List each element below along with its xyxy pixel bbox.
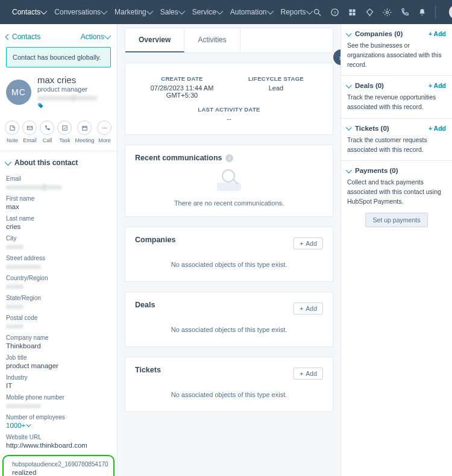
- tickets-empty: No associated objects of this type exist…: [135, 381, 323, 403]
- svg-rect-14: [353, 13, 355, 15]
- back-link[interactable]: Contacts: [6, 33, 40, 41]
- recent-comm-empty: There are no recent communications.: [135, 196, 323, 208]
- right-payments-toggle[interactable]: Payments (0): [347, 167, 398, 174]
- svg-point-15: [386, 11, 388, 13]
- add-ticket-button[interactable]: Add: [293, 368, 323, 380]
- bell-icon[interactable]: [418, 8, 427, 17]
- tab-activities[interactable]: Activities: [184, 28, 240, 52]
- setup-payments-button[interactable]: Set up payments: [365, 213, 428, 227]
- svg-text:?: ?: [333, 10, 336, 15]
- field-last-name[interactable]: Last namecries: [0, 213, 117, 233]
- svg-point-7: [314, 9, 319, 14]
- right-payments-section: Payments (0) Collect and track payments …: [341, 161, 452, 235]
- action-row: Note Email Call Task Meeting More: [0, 116, 117, 151]
- add-deal-button[interactable]: Add: [293, 302, 323, 315]
- nav-automation[interactable]: Automation: [230, 8, 274, 16]
- right-tickets-add[interactable]: + Add: [428, 125, 446, 132]
- chevron-down-icon: [146, 8, 153, 14]
- svg-rect-18: [63, 125, 67, 130]
- right-tickets-toggle[interactable]: Tickets (0): [347, 125, 389, 132]
- nav-reports[interactable]: Reports: [281, 8, 313, 16]
- marketplace-icon[interactable]: [348, 8, 357, 17]
- field-company[interactable]: Company nameThinkboard: [0, 332, 117, 352]
- nav-marketing[interactable]: Marketing: [115, 8, 153, 16]
- collapse-right-panel-button[interactable]: »: [333, 49, 341, 65]
- note-button[interactable]: Note: [5, 121, 19, 143]
- more-icon: [101, 125, 108, 131]
- summary-create-date-label: CREATE DATE: [135, 75, 229, 82]
- chevron-down-icon: [346, 83, 352, 89]
- field-industry[interactable]: IndustryIT: [0, 372, 117, 392]
- chevron-down-icon: [178, 8, 185, 14]
- nav-service[interactable]: Service: [192, 8, 223, 16]
- right-deals-toggle[interactable]: Deals (0): [347, 82, 384, 89]
- nav-contacts[interactable]: Contacts: [12, 8, 47, 16]
- note-icon: [9, 125, 16, 131]
- right-companies-desc: See the businesses or organizations asso…: [347, 41, 446, 69]
- diamond-icon[interactable]: [365, 8, 374, 17]
- svg-point-24: [104, 127, 105, 128]
- svg-point-25: [105, 127, 106, 128]
- help-icon[interactable]: ?: [330, 8, 339, 17]
- meeting-button[interactable]: Meeting: [75, 121, 94, 143]
- field-mobile[interactable]: Mobile phone numberxxxxxxxxxx: [0, 392, 117, 412]
- meeting-icon: [81, 125, 88, 131]
- svg-point-16: [39, 104, 40, 105]
- right-companies-toggle[interactable]: Companies (0): [347, 30, 403, 37]
- svg-rect-12: [353, 9, 355, 11]
- right-companies-add[interactable]: + Add: [428, 30, 446, 37]
- right-companies-section: Companies (0)+ Add See the businesses or…: [341, 24, 452, 76]
- svg-point-23: [102, 127, 103, 128]
- chevron-down-icon: [5, 159, 11, 166]
- right-tickets-section: Tickets (0)+ Add Track the customer requ…: [341, 119, 452, 161]
- actions-dropdown[interactable]: Actions: [81, 33, 111, 41]
- more-button[interactable]: More: [97, 121, 111, 143]
- right-deals-add[interactable]: + Add: [428, 82, 446, 89]
- email-icon: [27, 125, 33, 131]
- avatar[interactable]: MC: [6, 80, 31, 105]
- field-city[interactable]: Cityxxxxx: [0, 233, 117, 252]
- contact-email-masked: xxxxxxxxxx@xxxxxx: [37, 94, 97, 101]
- email-button[interactable]: Email: [22, 121, 37, 143]
- svg-line-8: [318, 13, 321, 16]
- field-postal[interactable]: Postal codexxxxx: [0, 312, 117, 332]
- summary-last-activity-label: LAST ACTIVITY DATE: [135, 106, 323, 113]
- tag-icon[interactable]: [37, 102, 44, 109]
- chevron-down-icon: [27, 422, 31, 427]
- nav-sales[interactable]: Sales: [160, 8, 185, 16]
- field-website[interactable]: Website URLhttp://www.thinkboard.com: [0, 431, 117, 451]
- info-icon[interactable]: i: [225, 154, 233, 162]
- nav-conversations[interactable]: Conversations: [54, 8, 107, 16]
- search-icon[interactable]: [313, 8, 322, 17]
- field-first-name[interactable]: First namemax: [0, 193, 117, 213]
- field-audience-1[interactable]: hubspotaudience2_1690780854170realized: [6, 459, 111, 476]
- about-section-toggle[interactable]: About this contact: [0, 151, 117, 173]
- field-employees[interactable]: Number of employees1000+: [0, 412, 117, 431]
- tickets-card: TicketsAdd No associated objects of this…: [125, 357, 333, 412]
- right-deals-section: Deals (0)+ Add Track the revenue opportu…: [341, 76, 452, 119]
- tab-overview[interactable]: Overview: [125, 28, 184, 52]
- summary-lifecycle-value: Lead: [229, 84, 323, 92]
- call-button[interactable]: Call: [40, 121, 54, 143]
- task-button[interactable]: Task: [57, 121, 72, 143]
- field-email[interactable]: Emailxxxxxxxxxx@xxxx: [0, 173, 117, 193]
- top-nav: Contacts Conversations Marketing Sales S…: [0, 0, 452, 24]
- svg-rect-13: [349, 13, 351, 15]
- gear-icon[interactable]: [383, 8, 392, 17]
- right-payments-desc: Collect and track payments associated wi…: [347, 178, 446, 206]
- phone-icon[interactable]: [400, 8, 409, 17]
- field-country[interactable]: Country/Regionxxxxx: [0, 272, 117, 292]
- svg-rect-11: [349, 9, 351, 11]
- companies-heading: Companies: [135, 236, 175, 244]
- add-company-button[interactable]: Add: [293, 237, 323, 249]
- field-street[interactable]: Street addressxxxxxxxxxx: [0, 252, 117, 272]
- field-job-title[interactable]: Job titleproduct manager: [0, 352, 117, 372]
- empty-illustration-icon: [217, 169, 241, 191]
- recent-comm-heading: Recent communications: [135, 154, 222, 162]
- field-state[interactable]: State/Regionxxxxx: [0, 292, 117, 312]
- deals-empty: No associated objects of this type exist…: [135, 316, 323, 338]
- user-avatar[interactable]: [449, 5, 452, 19]
- deals-heading: Deals: [135, 301, 155, 309]
- summary-last-activity-value: --: [135, 115, 323, 122]
- chevron-left-icon: [5, 34, 11, 40]
